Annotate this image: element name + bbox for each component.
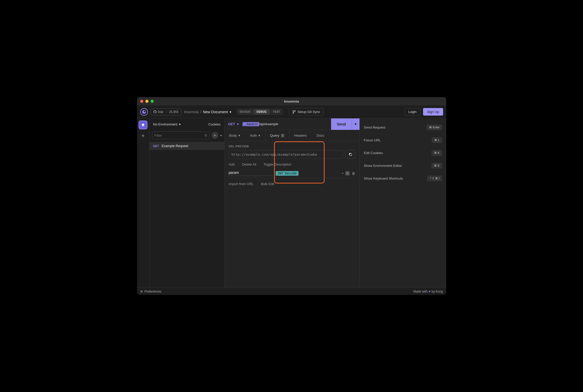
titlebar: Insomnia [137,97,446,105]
chevron-down-icon[interactable]: ▾ [220,134,222,137]
tab-body[interactable]: Body▾ [225,130,245,141]
maximize-window-icon[interactable] [151,100,154,103]
breadcrumb-document[interactable]: New Document [203,110,228,114]
request-method-badge: GET [153,144,159,148]
keyboard-shortcut: ⌘ Enter [427,125,442,130]
url-preview: http://example.com/api/example?param=Sie… [229,150,343,159]
sidebar-request-item[interactable]: GET Example Request [150,142,224,150]
add-workspace-button[interactable]: + [141,132,145,139]
chevron-down-icon: ▾ [258,134,260,137]
request-name: Example Request [162,144,188,148]
method-selector[interactable]: GET ▾ [225,122,243,126]
breadcrumb-root[interactable]: Insomnia [184,110,199,114]
preferences-link[interactable]: Preferences [145,290,162,293]
svg-rect-4 [350,154,352,156]
tab-headers[interactable]: Headers [289,130,312,141]
minimize-window-icon[interactable] [145,100,148,103]
hint-edit-cookies: Edit Cookies⌘ K [364,148,442,158]
app-window: Insomnia Star 25,955 Insomnia / New Docu… [137,97,446,295]
chevron-down-icon[interactable]: ▾ [342,172,343,175]
url-input[interactable]: _.baseUrl /api/example [243,122,331,126]
hint-focus-url: Focus URL⌘ L [364,135,442,145]
cookies-button[interactable]: Cookies [208,122,221,126]
response-pane: Send Request⌘ Enter Focus URL⌘ L Edit Co… [360,118,446,288]
param-enabled-checkbox[interactable]: ✓ [345,171,350,175]
window-title: Insomnia [284,99,299,103]
chevron-down-icon: ▾ [237,122,239,126]
tab-docs[interactable]: Docs [312,130,329,141]
delete-all-button[interactable]: Delete All [242,162,256,166]
query-param-row: JWT Decode ▾ ✓ 🗑 [229,169,355,178]
traffic-lights [140,100,154,103]
sort-icon[interactable]: ⇅ [204,134,207,137]
query-count-badge: 1 [281,134,284,137]
github-icon [153,110,157,113]
keyboard-shortcut: ⌘ E [432,163,442,168]
filter-input[interactable] [154,134,204,137]
jwt-decode-tag[interactable]: JWT Decode [276,171,299,176]
keyboard-shortcut: ⌘ K [432,150,442,156]
tab-query[interactable]: Query1 [265,130,289,141]
chevron-down-icon: ▾ [179,122,181,126]
svg-point-2 [293,112,294,113]
keyboard-shortcut: ⌘ L [432,137,442,143]
send-button[interactable]: Send [331,118,351,130]
toolbar: Star 25,955 Insomnia / New Document ▾ DE… [137,105,446,118]
git-branch-icon [292,110,296,114]
url-bar: GET ▾ _.baseUrl /api/example Send ▾ [225,118,359,130]
signup-button[interactable]: Sign Up [423,108,443,116]
sidebar: No Environment ▾ Cookies ⇅ + ▾ GET Examp… [150,118,225,288]
bulk-edit-button[interactable]: Bulk Edit [261,182,274,186]
chevron-down-icon[interactable]: ▾ [230,110,231,114]
svg-point-1 [295,110,296,111]
copy-icon [349,153,352,156]
add-param-button[interactable]: Add [229,162,235,166]
git-sync-button[interactable]: Setup Git Sync [289,108,324,116]
status-bar: ⚙ Preferences Made with ♥ by Kong [137,288,446,295]
heart-icon: ♥ [429,290,430,293]
tab-debug[interactable]: DEBUG [253,109,270,115]
copy-url-button[interactable] [345,150,355,159]
trash-icon[interactable]: 🗑 [352,171,355,175]
breadcrumb: Insomnia / New Document ▾ [184,110,231,114]
gear-icon[interactable]: ⚙ [140,290,143,293]
url-preview-label: URL PREVIEW [229,145,355,148]
home-icon [141,123,145,127]
tab-design[interactable]: DESIGN [237,109,253,115]
hint-env-editor: Show Environment Editor⌘ E [364,161,442,170]
hint-send-request: Send Request⌘ Enter [364,123,442,132]
svg-point-0 [293,110,294,111]
mode-tabs: DESIGN DEBUG TEST [236,109,284,115]
environment-selector[interactable]: No Environment ▾ [153,122,181,126]
base-url-tag[interactable]: _.baseUrl [243,122,259,126]
keyboard-shortcut: ^ ⇧ ⌘ / [427,176,442,181]
param-value-input[interactable]: JWT Decode [276,171,340,176]
tab-test[interactable]: TEST [270,109,283,115]
hint-shortcuts: Show Keyboard Shortcuts^ ⇧ ⌘ / [364,174,442,183]
toggle-description-button[interactable]: Toggle Description [264,162,292,166]
request-pane: GET ▾ _.baseUrl /api/example Send ▾ Body… [225,118,360,288]
main-area: GET ▾ _.baseUrl /api/example Send ▾ Body… [225,118,446,288]
login-button[interactable]: Login [404,108,420,116]
github-star-button[interactable]: Star 25,955 [151,109,182,115]
star-count: 25,955 [166,110,181,114]
send-dropdown[interactable]: ▾ [352,118,359,130]
import-from-url-button[interactable]: Import from URL [229,182,254,186]
home-button[interactable] [139,121,147,129]
add-request-button[interactable]: + [212,132,218,139]
star-label: Star [158,110,164,114]
app-logo-icon[interactable] [140,108,148,116]
close-window-icon[interactable] [140,100,143,103]
param-key-input[interactable] [229,170,274,176]
query-panel: URL PREVIEW http://example.com/api/examp… [225,141,359,288]
tab-auth[interactable]: Auth▾ [245,130,265,141]
chevron-down-icon: ▾ [238,134,240,137]
breadcrumb-separator: / [200,110,201,114]
request-tabs: Body▾ Auth▾ Query1 Headers Docs [225,130,359,141]
left-rail: + [137,118,150,288]
filter-input-wrapper: ⇅ [152,131,209,139]
